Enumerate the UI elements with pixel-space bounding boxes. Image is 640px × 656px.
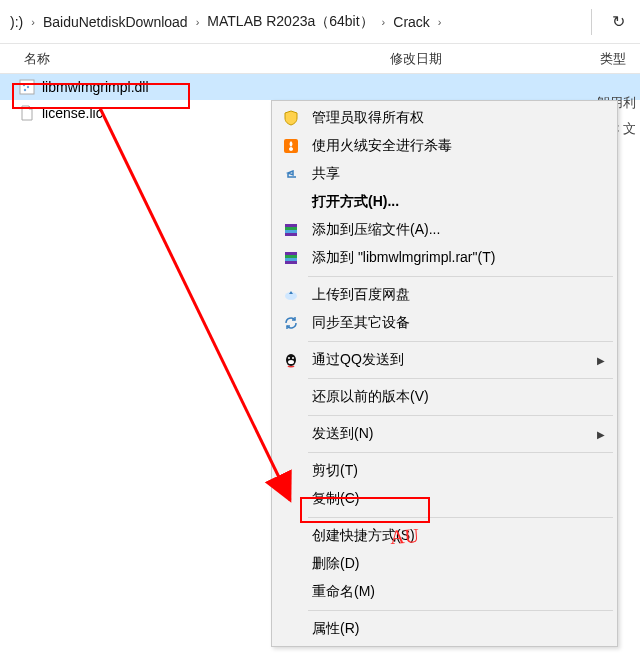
menu-rename[interactable]: 重命名(M) <box>274 578 615 606</box>
breadcrumb-seg-drive[interactable]: ):) <box>4 10 29 34</box>
menu-add-archive[interactable]: 添加到压缩文件(A)... <box>274 216 615 244</box>
menu-label: 添加到压缩文件(A)... <box>312 221 440 239</box>
menu-create-shortcut[interactable]: 创建快捷方式(S) <box>274 522 615 550</box>
menu-label: 使用火绒安全进行杀毒 <box>312 137 452 155</box>
rar-icon <box>282 221 300 239</box>
menu-label: 属性(R) <box>312 620 359 638</box>
menu-add-rar[interactable]: 添加到 "libmwlmgrimpl.rar"(T) <box>274 244 615 272</box>
menu-separator <box>308 517 613 518</box>
shield-icon <box>282 109 300 127</box>
menu-label: 还原以前的版本(V) <box>312 388 429 406</box>
menu-share[interactable]: 共享 <box>274 160 615 188</box>
menu-separator <box>308 415 613 416</box>
menu-label: 通过QQ发送到 <box>312 351 404 369</box>
refresh-button[interactable]: ↻ <box>600 4 636 40</box>
menu-label: 创建快捷方式(S) <box>312 527 415 545</box>
svg-rect-6 <box>285 227 297 230</box>
menu-separator <box>308 276 613 277</box>
column-headers: 名称 修改日期 类型 <box>0 44 640 74</box>
file-name: libmwlmgrimpl.dll <box>42 79 149 95</box>
chevron-right-icon: ▶ <box>597 429 605 440</box>
column-header-date[interactable]: 修改日期 <box>390 50 600 68</box>
svg-rect-10 <box>285 258 297 261</box>
baidu-netdisk-icon <box>282 286 300 304</box>
menu-label: 剪切(T) <box>312 462 358 480</box>
menu-separator <box>308 378 613 379</box>
menu-separator <box>308 341 613 342</box>
toolbar: ):) › BaiduNetdiskDownload › MATLAB R202… <box>0 0 640 44</box>
menu-cut[interactable]: 剪切(T) <box>274 457 615 485</box>
generic-file-icon <box>18 104 36 122</box>
chevron-right-icon: ▶ <box>597 355 605 366</box>
svg-point-15 <box>292 357 294 359</box>
column-header-type[interactable]: 类型 <box>600 50 640 68</box>
chevron-right-icon[interactable]: › <box>436 16 444 28</box>
menu-label: 管理员取得所有权 <box>312 109 424 127</box>
menu-admin-own[interactable]: 管理员取得所有权 <box>274 104 615 132</box>
menu-delete[interactable]: 删除(D) <box>274 550 615 578</box>
menu-label: 复制(C) <box>312 490 359 508</box>
file-name: license.lic <box>42 105 103 121</box>
menu-separator <box>308 452 613 453</box>
share-icon <box>282 165 300 183</box>
menu-send-to[interactable]: 发送到(N) ▶ <box>274 420 615 448</box>
svg-point-13 <box>288 360 294 364</box>
breadcrumb: ):) › BaiduNetdiskDownload › MATLAB R202… <box>4 0 583 43</box>
toolbar-divider <box>591 9 592 35</box>
chevron-right-icon[interactable]: › <box>194 16 202 28</box>
svg-point-14 <box>288 357 290 359</box>
breadcrumb-seg-matlab[interactable]: MATLAB R2023a（64bit） <box>201 9 379 35</box>
svg-point-1 <box>23 84 25 86</box>
menu-label: 共享 <box>312 165 340 183</box>
menu-label: 打开方式(H)... <box>312 193 399 211</box>
file-row[interactable]: libmwlmgrimpl.dll <box>0 74 640 100</box>
svg-point-3 <box>24 89 26 91</box>
menu-label: 添加到 "libmwlmgrimpl.rar"(T) <box>312 249 495 267</box>
menu-properties[interactable]: 属性(R) <box>274 615 615 643</box>
svg-rect-9 <box>285 255 297 258</box>
menu-huorong-scan[interactable]: 使用火绒安全进行杀毒 <box>274 132 615 160</box>
menu-label: 上传到百度网盘 <box>312 286 410 304</box>
menu-label: 删除(D) <box>312 555 359 573</box>
chevron-right-icon[interactable]: › <box>29 16 37 28</box>
menu-label: 重命名(M) <box>312 583 375 601</box>
svg-rect-7 <box>285 230 297 233</box>
menu-sync-devices[interactable]: 同步至其它设备 <box>274 309 615 337</box>
menu-label: 发送到(N) <box>312 425 373 443</box>
svg-point-2 <box>27 86 29 88</box>
menu-separator <box>308 610 613 611</box>
huorong-icon <box>282 137 300 155</box>
menu-open-with[interactable]: 打开方式(H)... <box>274 188 615 216</box>
menu-send-qq[interactable]: 通过QQ发送到 ▶ <box>274 346 615 374</box>
sync-icon <box>282 314 300 332</box>
menu-copy[interactable]: 复制(C) <box>274 485 615 513</box>
svg-line-16 <box>100 108 290 500</box>
chevron-right-icon[interactable]: › <box>380 16 388 28</box>
breadcrumb-seg-download[interactable]: BaiduNetdiskDownload <box>37 10 194 34</box>
menu-restore-version[interactable]: 还原以前的版本(V) <box>274 383 615 411</box>
menu-label: 同步至其它设备 <box>312 314 410 332</box>
dll-file-icon <box>18 78 36 96</box>
refresh-icon: ↻ <box>612 12 625 31</box>
qq-icon <box>282 351 300 369</box>
menu-upload-baidu[interactable]: 上传到百度网盘 <box>274 281 615 309</box>
context-menu: 管理员取得所有权 使用火绒安全进行杀毒 共享 打开方式(H)... 添加到压缩文… <box>271 100 618 647</box>
column-header-name[interactable]: 名称 <box>0 50 390 68</box>
rar-icon <box>282 249 300 267</box>
breadcrumb-seg-crack[interactable]: Crack <box>387 10 436 34</box>
